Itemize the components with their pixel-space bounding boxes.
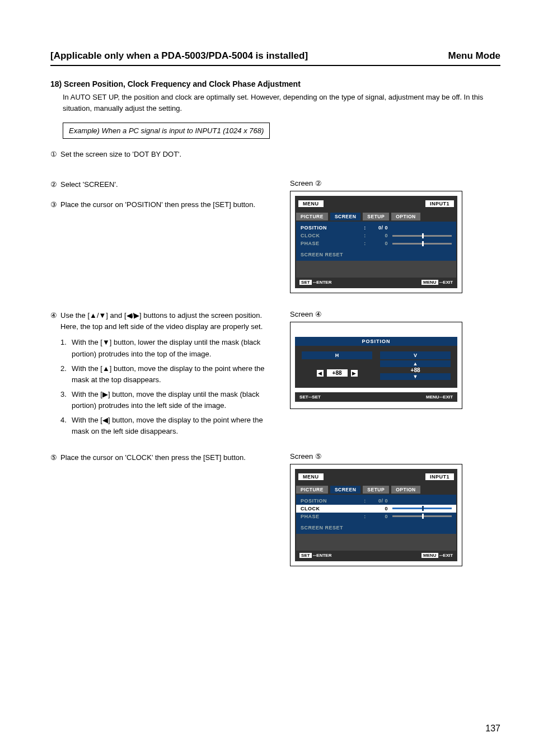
osd-pos-h-label: H bbox=[302, 351, 372, 359]
osd-item-phase-5: PHASE : 0 bbox=[296, 513, 456, 520]
osd-screen-5: MENU INPUT1 PICTURE SCREEN SETUP OPTION … bbox=[290, 464, 462, 566]
osd-tab-picture: PICTURE bbox=[296, 213, 328, 220]
up-arrow-icon: ▲ bbox=[380, 360, 451, 367]
osd-item-phase: PHASE : 0 bbox=[296, 240, 456, 247]
osd-item-clock-5: CLOCK : 0 bbox=[296, 505, 456, 513]
osd-tab-screen: SCREEN bbox=[330, 213, 360, 220]
osd-tab-option-5: OPTION bbox=[391, 486, 420, 494]
step-text-2: Select 'SCREEN'. bbox=[60, 179, 273, 190]
page-header: [Applicable only when a PDA-5003/PDA-500… bbox=[50, 50, 500, 66]
sub-3: With the [▶] button, move the display un… bbox=[72, 389, 273, 411]
page-number: 137 bbox=[485, 724, 500, 734]
osd-tab-screen-5: SCREEN bbox=[330, 486, 360, 494]
sub-1: With the [▼] button, lower the display u… bbox=[72, 337, 273, 359]
osd-screen-4: POSITION H ◀ +88 ▶ V bbox=[290, 322, 462, 409]
step-num-1: ① bbox=[50, 149, 60, 160]
osd-pos-v-value: +88 bbox=[380, 367, 451, 373]
screen-label-2: Screen ② bbox=[290, 179, 500, 187]
step-2: ② Select 'SCREEN'. bbox=[50, 179, 273, 190]
sub-2: With the [▲] button, move the display to… bbox=[72, 363, 273, 386]
osd-input-label: INPUT1 bbox=[425, 200, 454, 207]
intro-text: In AUTO SET UP, the position and clock a… bbox=[50, 92, 500, 114]
osd-item-reset-5: SCREEN RESET bbox=[296, 524, 456, 532]
down-arrow-icon: ▼ bbox=[380, 373, 451, 380]
osd-menu-label: MENU bbox=[298, 200, 324, 207]
step-num-3: ③ bbox=[50, 199, 60, 210]
osd-tabs-5: PICTURE SCREEN SETUP OPTION bbox=[296, 486, 456, 494]
osd-pos-footer: SET···SET MENU···EXIT bbox=[295, 392, 457, 402]
step-3: ③ Place the cursor on 'POSITION' then pr… bbox=[50, 199, 273, 210]
osd-screen-2: MENU INPUT1 PICTURE SCREEN SETUP OPTION … bbox=[290, 191, 462, 293]
osd-item-reset: SCREEN RESET bbox=[296, 251, 456, 259]
sub-4: With the [◀] button, move the display to… bbox=[72, 415, 273, 437]
step-5: ⑤ Place the cursor on 'CLOCK' then press… bbox=[50, 452, 273, 463]
step-num-5: ⑤ bbox=[50, 452, 60, 463]
osd-tab-picture-5: PICTURE bbox=[296, 486, 328, 494]
osd-input-label-5: INPUT1 bbox=[425, 473, 454, 480]
osd-pos-h-value: +88 bbox=[327, 369, 348, 377]
screen-label-5: Screen ⑤ bbox=[290, 452, 500, 461]
osd-item-position-5: POSITION : 0/ 0 bbox=[296, 497, 456, 505]
step-text-4: Use the [▲/▼] and [◀/▶] buttons to adjus… bbox=[60, 311, 262, 320]
section-heading: 18) Screen Position, Clock Frequency and… bbox=[50, 79, 500, 88]
osd-footer-5: SET···ENTER MENU···EXIT bbox=[296, 551, 456, 560]
screen-label-4: Screen ④ bbox=[290, 310, 500, 318]
osd-tab-option: OPTION bbox=[391, 213, 420, 220]
step-text-5: Place the cursor on 'CLOCK' then press t… bbox=[60, 452, 273, 463]
osd-item-clock: CLOCK : 0 bbox=[296, 232, 456, 240]
right-arrow-icon: ▶ bbox=[351, 370, 358, 377]
header-right: Menu Mode bbox=[448, 50, 501, 62]
osd-pos-title: POSITION bbox=[295, 337, 457, 346]
osd-tab-setup-5: SETUP bbox=[363, 486, 389, 494]
step-num-2: ② bbox=[50, 179, 60, 190]
left-arrow-icon: ◀ bbox=[317, 370, 324, 377]
osd-pos-v-label: V bbox=[380, 351, 451, 359]
step-num-4: ④ bbox=[50, 310, 60, 437]
osd-footer: SET···ENTER MENU···EXIT bbox=[296, 278, 456, 287]
osd-menu-label-5: MENU bbox=[298, 473, 324, 480]
osd-item-position: POSITION : 0/ 0 bbox=[296, 224, 456, 232]
example-box: Example) When a PC signal is input to IN… bbox=[63, 123, 270, 139]
step-text-1: Set the screen size to 'DOT BY DOT'. bbox=[60, 149, 273, 160]
osd-tabs: PICTURE SCREEN SETUP OPTION bbox=[296, 213, 456, 220]
step-text-3: Place the cursor on 'POSITION' then pres… bbox=[60, 199, 273, 210]
header-left: [Applicable only when a PDA-5003/PDA-500… bbox=[50, 50, 308, 62]
step-1: ① Set the screen size to 'DOT BY DOT'. bbox=[50, 149, 273, 160]
step-text-4b: Here, the top and left side of the video… bbox=[60, 322, 263, 331]
step-4: ④ Use the [▲/▼] and [◀/▶] buttons to adj… bbox=[50, 310, 273, 437]
osd-tab-setup: SETUP bbox=[363, 213, 389, 220]
